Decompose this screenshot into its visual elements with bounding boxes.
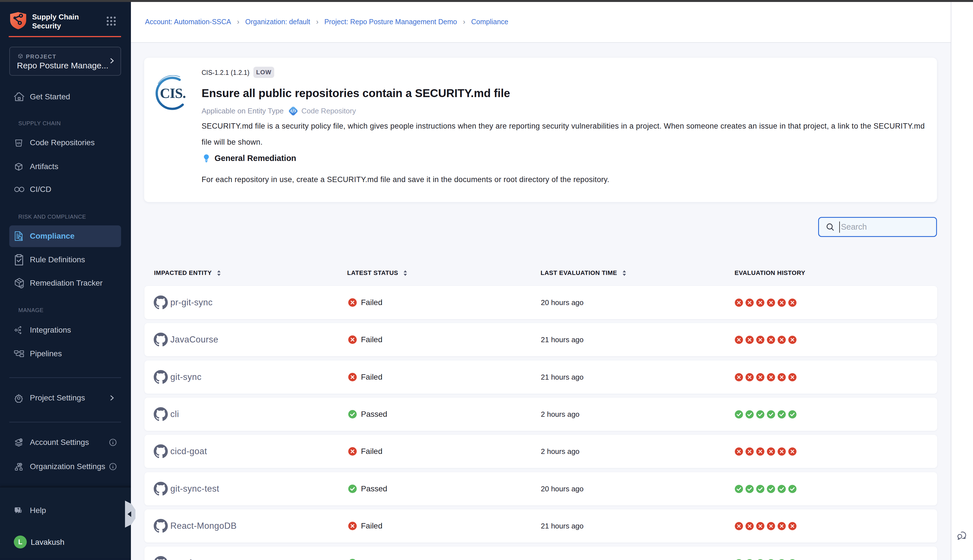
svg-text:CIS.: CIS. <box>160 85 186 101</box>
